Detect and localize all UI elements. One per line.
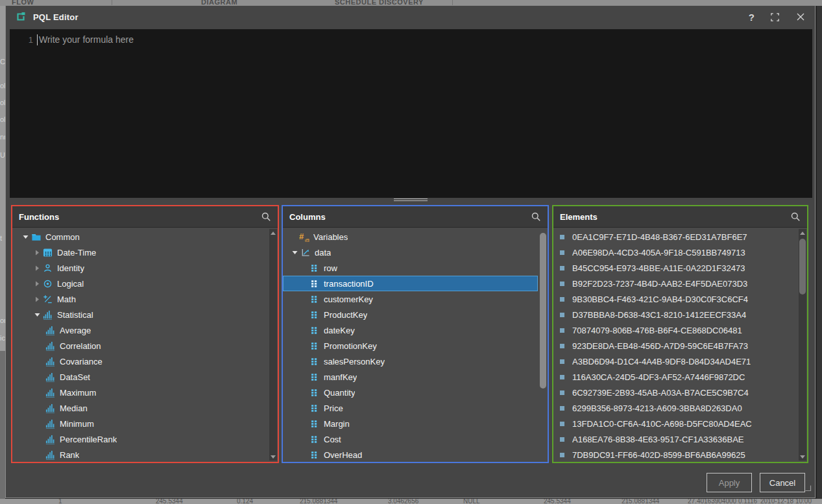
tree-item-correlation[interactable]: Correlation <box>12 338 268 354</box>
expand-arrow-icon[interactable] <box>32 265 42 271</box>
tree-item-identity[interactable]: Identity <box>12 260 268 276</box>
tree-item-statistical[interactable]: Statistical <box>12 307 268 322</box>
tree-item-date-time[interactable]: Date-Time <box>12 245 268 260</box>
tree-item-common[interactable]: Common <box>12 229 268 245</box>
maximize-icon[interactable] <box>770 12 780 22</box>
tree-item-quantity[interactable]: Quantity <box>283 385 538 400</box>
tree-item-percentilerank[interactable]: PercentileRank <box>12 431 268 447</box>
tree-item-maximum[interactable]: Maximum <box>12 385 268 400</box>
tree-item-label: Price <box>324 403 343 413</box>
tree-item-cost[interactable]: Cost <box>283 431 538 447</box>
tree-item-math[interactable]: Math <box>12 291 268 307</box>
expand-arrow-icon[interactable] <box>32 281 42 287</box>
element-item[interactable]: A168EA76-8B38-4E63-9517-CF1A33636BAE <box>553 431 797 447</box>
columns-panel-title: Columns <box>289 212 326 222</box>
collapse-arrow-icon[interactable] <box>289 250 300 255</box>
collapse-arrow-icon[interactable] <box>20 235 30 239</box>
element-item[interactable]: 923DE8DA-EB48-456D-A7D9-59C6E4B7FA73 <box>553 338 797 354</box>
tree-item-promotionkey[interactable]: PromotionKey <box>283 338 538 354</box>
grid-icon <box>309 418 320 429</box>
backdrop-fragment: C <box>0 58 5 66</box>
apply-button[interactable]: Apply <box>707 473 752 492</box>
help-icon[interactable]: ? <box>749 12 755 23</box>
grid-icon <box>309 325 320 335</box>
element-item[interactable]: B45CC954-E973-4BBE-A11E-0A22D1F32473 <box>553 260 797 276</box>
tree-item-label: Median <box>60 403 88 413</box>
cancel-button[interactable]: Cancel <box>760 473 805 492</box>
backdrop-grid-value: 245.5344 <box>544 499 571 504</box>
scroll-up-arrow-icon[interactable] <box>269 229 277 237</box>
tree-item-transactionid[interactable]: transactionID <box>283 276 538 291</box>
element-item[interactable]: D37BBBA8-D638-43C1-8210-1412EECF33A4 <box>553 307 797 322</box>
tree-item-label: Quantity <box>324 388 355 398</box>
scroll-up-arrow-icon[interactable] <box>799 229 806 237</box>
calendar-icon <box>42 247 53 258</box>
scrollbar-thumb[interactable] <box>540 233 546 389</box>
element-item[interactable]: 6C92739E-2B93-45AB-A03A-B7ACE5C9B7C4 <box>553 385 797 400</box>
histogram-icon <box>45 403 56 413</box>
backdrop-grid-value: 0.124 <box>237 499 253 504</box>
pql-logo-icon <box>15 11 27 23</box>
tree-item-productkey[interactable]: ProductKey <box>283 307 538 322</box>
tree-item-minimum[interactable]: Minimum <box>12 416 268 431</box>
backdrop-right-strip <box>817 6 822 499</box>
element-square-icon <box>560 390 565 396</box>
close-icon[interactable] <box>795 12 806 22</box>
elements-scrollbar[interactable] <box>799 229 806 461</box>
tree-item-covariance[interactable]: Covariance <box>12 354 268 369</box>
element-item[interactable]: A06E98DA-4CD3-405A-9F18-C591BB749713 <box>553 245 797 260</box>
element-item[interactable]: 6299B356-8973-4213-A609-3BBA8D263DA0 <box>553 400 797 416</box>
element-guid-label: 0EA1C9F7-E71D-4B48-B367-6ED31A7BF6E7 <box>572 232 747 242</box>
tree-item-price[interactable]: Price <box>283 400 538 416</box>
element-item[interactable]: 0EA1C9F7-E71D-4B48-B367-6ED31A7BF6E7 <box>553 229 797 245</box>
tree-item-salespersonkey[interactable]: salesPersonKey <box>283 354 538 369</box>
scrollbar-thumb[interactable] <box>799 239 806 294</box>
editor-panels-splitter[interactable] <box>394 197 428 202</box>
functions-panel: Functions CommonDate-TimeIdentityLogical… <box>11 205 279 463</box>
tree-item-manfkey[interactable]: manfKey <box>283 369 538 385</box>
element-square-icon <box>560 265 565 271</box>
formula-editor[interactable]: 1 Write your formula here <box>10 29 812 198</box>
tree-item-data[interactable]: data <box>283 245 538 260</box>
tree-item-dataset[interactable]: DataSet <box>12 369 268 385</box>
element-item[interactable]: 116A30CA-24D5-4DF3-AF52-A7446F9872DC <box>553 369 797 385</box>
tree-item-label: dateKey <box>324 326 355 335</box>
tree-item-overhead[interactable]: OverHead <box>283 447 538 462</box>
functions-scrollbar[interactable] <box>269 229 277 461</box>
tree-item-datekey[interactable]: dateKey <box>283 322 538 338</box>
columns-search-icon[interactable] <box>531 211 541 222</box>
tree-item-rank[interactable]: Rank <box>12 447 268 462</box>
tree-item-label: Cost <box>324 435 341 444</box>
collapse-arrow-icon[interactable] <box>32 313 42 317</box>
element-item[interactable]: 70874079-806B-476B-B6F4-CE868DC06481 <box>553 322 797 338</box>
backdrop-bottom-strip: 1245.53440.124215.08813443.0462656NULL24… <box>0 499 822 504</box>
functions-search-icon[interactable] <box>261 211 271 222</box>
element-item[interactable]: 9B30BBC4-F463-421C-9AB4-D30C0F3C6CF4 <box>553 291 797 307</box>
elements-search-icon[interactable] <box>790 211 801 222</box>
element-item[interactable]: B92F2D23-7237-4B4D-AAB2-E4F5DAE073D3 <box>553 276 797 291</box>
tree-item-row[interactable]: row <box>283 260 538 276</box>
grid-icon <box>309 387 320 398</box>
element-item[interactable]: 13FDA1C0-CF6A-410C-A698-D5FC80AD4EAC <box>553 416 797 431</box>
element-item[interactable]: A3BD6D94-D1C4-4A4B-9DF8-D84D34AD4E71 <box>553 354 797 369</box>
hash-icon: #@ <box>298 232 309 242</box>
scroll-down-arrow-icon[interactable] <box>269 453 277 461</box>
backdrop-fragment: Un <box>0 151 5 159</box>
expand-arrow-icon[interactable] <box>32 296 42 302</box>
dialog-titlebar: PQL Editor ? <box>6 6 815 28</box>
element-item[interactable]: 7DB9DC91-FF66-402D-8599-BF6AB6A99625 <box>553 447 797 462</box>
tree-item-customerkey[interactable]: customerKey <box>283 291 538 307</box>
columns-scrollbar[interactable] <box>539 229 547 461</box>
scroll-down-arrow-icon[interactable] <box>799 453 806 461</box>
tree-item-average[interactable]: Average <box>12 322 268 338</box>
tree-item-median[interactable]: Median <box>12 400 268 416</box>
tree-item-logical[interactable]: Logical <box>12 276 268 291</box>
elements-panel-header: Elements <box>553 206 807 228</box>
expand-arrow-icon[interactable] <box>32 250 42 256</box>
resize-grip[interactable] <box>804 483 812 494</box>
tree-item-margin[interactable]: Margin <box>283 416 538 431</box>
tree-item-label: manfKey <box>324 372 357 382</box>
backdrop-grid-value: 245.5344 <box>156 499 183 504</box>
histogram-icon <box>45 434 56 444</box>
tree-item-variables[interactable]: #@Variables <box>283 229 538 245</box>
